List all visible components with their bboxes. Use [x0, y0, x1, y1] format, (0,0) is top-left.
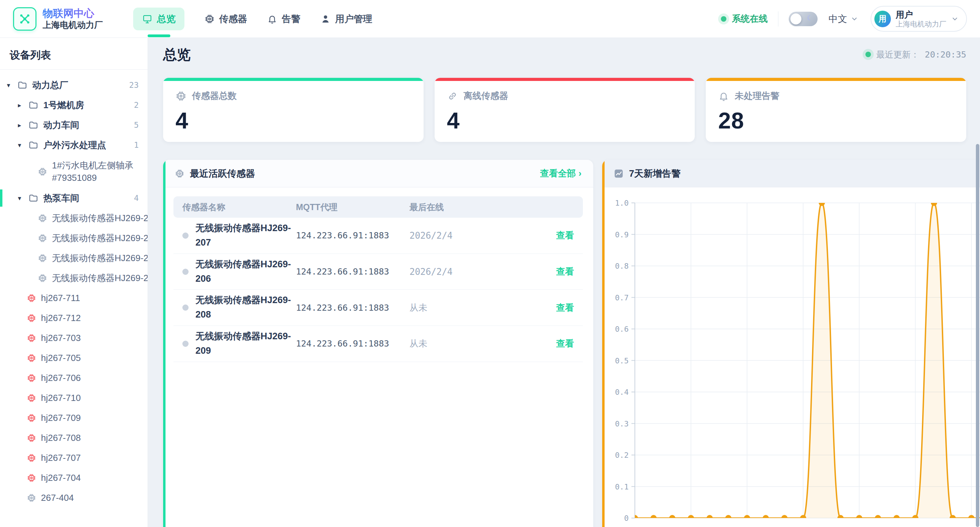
- tree-item-label: hj267-712: [41, 313, 81, 323]
- tree-item[interactable]: hj267-704: [0, 468, 148, 488]
- page-scrollbar-thumb[interactable]: [976, 144, 979, 527]
- col-mqtt-broker: MQTT代理: [296, 201, 409, 213]
- device-tree: ▾动力总厂23▸1号燃机房2▸动力车间5▾户外污水处理点11#污水电机左侧轴承 …: [0, 70, 148, 508]
- tree-item[interactable]: ▸动力车间5: [0, 115, 148, 135]
- tree-item-label: hj267-710: [41, 393, 81, 403]
- stat-label: 离线传感器: [463, 90, 508, 102]
- view-link[interactable]: 查看: [556, 337, 574, 350]
- svg-text:02/24 00:00: 02/24 00:00: [890, 525, 940, 527]
- stat-value: 4: [447, 107, 683, 134]
- chip-icon: [27, 493, 36, 503]
- stat-card-1: 离线传感器 4: [434, 78, 695, 142]
- stat-accent-bar: [434, 78, 695, 81]
- view-link[interactable]: 查看: [556, 229, 574, 241]
- dark-mode-toggle[interactable]: ☾: [789, 12, 818, 26]
- tree-item[interactable]: 1#污水电机左侧轴承 #79351089: [0, 155, 148, 188]
- tree-item[interactable]: ▾户外污水处理点1: [0, 135, 148, 155]
- online-status-dot: [721, 16, 726, 22]
- tree-item[interactable]: hj267-708: [0, 428, 148, 448]
- tree-item[interactable]: hj267-711: [0, 288, 148, 308]
- tree-item[interactable]: hj267-706: [0, 368, 148, 388]
- tree-item[interactable]: ▾热泵车间4: [0, 188, 148, 208]
- nav-item-3[interactable]: 用户管理: [320, 13, 372, 25]
- chip-icon: [27, 453, 36, 463]
- stat-label: 未处理告警: [735, 90, 780, 102]
- nav-item-label: 告警: [282, 13, 301, 25]
- active-sensors-title: 最近活跃传感器: [190, 168, 255, 180]
- user-name: 用户: [896, 9, 946, 20]
- tree-item[interactable]: hj267-705: [0, 348, 148, 368]
- svg-text:02/21 00:00: 02/21 00:00: [722, 525, 772, 527]
- update-pulse-dot: [865, 52, 871, 57]
- view-all-link[interactable]: 查看全部 ›: [540, 168, 582, 179]
- chip-icon: [175, 91, 186, 102]
- table-row[interactable]: 无线振动传感器HJ269-207 124.223.66.91:1883 2026…: [173, 218, 583, 254]
- tree-item-label: hj267-703: [41, 333, 81, 343]
- content-row: 设备列表 ▾动力总厂23▸1号燃机房2▸动力车间5▾户外污水处理点11#污水电机…: [0, 38, 980, 527]
- chip-icon: [27, 294, 36, 303]
- col-sensor-name: 传感器名称: [182, 201, 296, 213]
- tree-item[interactable]: 无线振动传感器HJ269-207: [0, 228, 148, 248]
- page-header: 总览 最近更新： 20:20:35: [163, 46, 966, 63]
- nav-item-0[interactable]: 总览: [133, 8, 185, 30]
- header-right: 系统在线 ☾ 中文 用 用户 上海电机动力厂: [721, 6, 967, 32]
- svg-text:0.2: 0.2: [615, 451, 629, 460]
- stat-accent-bar: [163, 78, 423, 81]
- svg-text:0.5: 0.5: [615, 356, 629, 365]
- chip-icon: [38, 233, 47, 243]
- chevron-down-icon: [951, 15, 959, 23]
- sensor-name: 无线振动传感器HJ269-208: [196, 293, 295, 322]
- svg-text:0.6: 0.6: [615, 325, 629, 334]
- nav-item-2[interactable]: 告警: [267, 13, 301, 25]
- chevron-right-icon: ▸: [18, 101, 28, 109]
- divider: [778, 11, 778, 27]
- page-title: 总览: [163, 46, 191, 63]
- chip-icon: [27, 413, 36, 423]
- active-sensors-panel: 最近活跃传感器 查看全部 › 传感器名称 MQTT代理 最后在线 无线振动传感器…: [163, 160, 593, 527]
- tree-item[interactable]: 无线振动传感器HJ269-206: [0, 248, 148, 268]
- app-title: 物联网中心: [43, 8, 103, 20]
- table-row[interactable]: 无线振动传感器HJ269-206 124.223.66.91:1883 2026…: [173, 254, 583, 290]
- tree-item[interactable]: hj267-712: [0, 308, 148, 328]
- tree-item[interactable]: hj267-710: [0, 388, 148, 408]
- mqtt-broker: 124.223.66.91:1883: [296, 339, 409, 348]
- tree-item[interactable]: 267-404: [0, 488, 148, 508]
- language-label: 中文: [829, 13, 847, 25]
- nav-item-label: 用户管理: [335, 13, 372, 25]
- top-navbar: 物联网中心 上海电机动力厂 总览传感器告警用户管理 系统在线 ☾ 中文 用 用户…: [0, 0, 980, 38]
- tree-item[interactable]: ▾动力总厂23: [0, 75, 148, 95]
- tree-item[interactable]: 无线振动传感器HJ269-208: [0, 208, 148, 228]
- tree-item[interactable]: hj267-709: [0, 408, 148, 428]
- device-sidebar: 设备列表 ▾动力总厂23▸1号燃机房2▸动力车间5▾户外污水处理点11#污水电机…: [0, 38, 148, 527]
- tree-item[interactable]: hj267-703: [0, 328, 148, 348]
- chevron-right-icon: ›: [578, 168, 582, 179]
- chip-icon: [27, 353, 36, 363]
- view-link[interactable]: 查看: [556, 302, 574, 314]
- svg-text:02/22 00:00: 02/22 00:00: [778, 525, 828, 527]
- tree-item[interactable]: 无线振动传感器HJ269-209: [0, 268, 148, 288]
- tree-item[interactable]: ▸1号燃机房2: [0, 95, 148, 115]
- tree-item-label: 无线振动传感器HJ269-206: [52, 252, 148, 264]
- tree-item[interactable]: hj267-707: [0, 448, 148, 468]
- tree-item-label: 热泵车间: [43, 192, 79, 204]
- last-update: 最近更新： 20:20:35: [865, 49, 966, 60]
- sensor-name: 无线振动传感器HJ269-209: [196, 329, 295, 358]
- svg-text:02/25 00:00: 02/25 00:00: [946, 525, 980, 527]
- svg-text:0.8: 0.8: [615, 262, 629, 270]
- view-link[interactable]: 查看: [556, 265, 574, 278]
- sidebar-title: 设备列表: [0, 43, 148, 70]
- user-menu[interactable]: 用 用户 上海电机动力厂: [870, 6, 967, 32]
- folder-icon: [28, 193, 38, 203]
- table-row[interactable]: 无线振动传感器HJ269-209 124.223.66.91:1883 从未 查…: [173, 326, 583, 362]
- chip-icon: [38, 254, 47, 263]
- nav-item-1[interactable]: 传感器: [204, 13, 247, 25]
- tree-item-label: 无线振动传感器HJ269-209: [52, 272, 148, 284]
- main-nav: 总览传感器告警用户管理: [133, 0, 372, 38]
- molecule-icon: [18, 12, 32, 26]
- svg-text:0.7: 0.7: [615, 294, 629, 302]
- language-selector[interactable]: 中文: [829, 13, 858, 25]
- chip-icon: [175, 169, 185, 179]
- table-row[interactable]: 无线振动传感器HJ269-208 124.223.66.91:1883 从未 查…: [173, 290, 583, 326]
- sensor-name: 无线振动传感器HJ269-206: [196, 257, 295, 286]
- svg-text:1.0: 1.0: [615, 199, 629, 208]
